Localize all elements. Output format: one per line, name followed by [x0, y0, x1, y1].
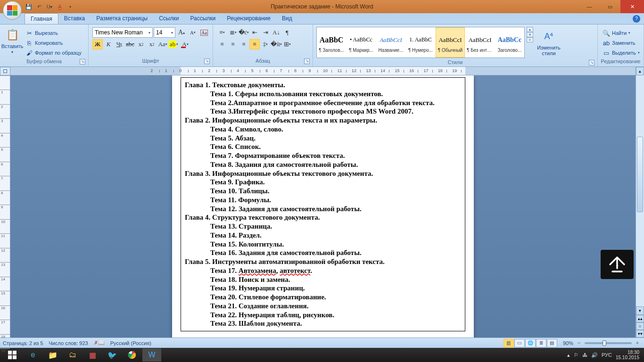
save-icon[interactable]: 💾 — [25, 2, 33, 11]
tab-4[interactable]: Рассылки — [184, 13, 221, 24]
italic-button[interactable]: К — [103, 39, 114, 49]
subscript-button[interactable]: x2 — [136, 39, 146, 49]
vertical-scrollbar[interactable]: ▴ ▾ ▴▴ ○ ▾▾ — [636, 67, 644, 337]
zoom-out-button[interactable]: − — [575, 339, 583, 347]
cut-button[interactable]: ✂Вырезать — [24, 28, 83, 38]
underline-button[interactable]: Ч▾ — [114, 39, 124, 49]
select-button[interactable]: ▭Выделить▾ — [601, 48, 642, 58]
view-print-layout[interactable]: ▥ — [504, 339, 514, 347]
style-item-3[interactable]: 1. AaBbC¶ Нумеро... — [406, 27, 435, 58]
superscript-button[interactable]: x2 — [147, 39, 157, 49]
style-item-5[interactable]: AaBbCcI¶ Без инте... — [465, 27, 495, 58]
taskbar-app2-icon[interactable]: 🐦 — [103, 348, 122, 362]
replace-button[interactable]: abЗаменить — [601, 38, 642, 48]
tray-volume-icon[interactable]: 🔊 — [591, 352, 598, 358]
vertical-ruler[interactable]: 1234567891011121314151617181920 — [0, 75, 10, 337]
change-styles-button[interactable]: A⁴ Изменить стили — [535, 27, 562, 58]
align-center-button[interactable]: ≡ — [228, 39, 238, 49]
styles-scroll-down[interactable]: ▾ — [527, 32, 533, 37]
taskbar-chrome-icon[interactable] — [123, 348, 141, 362]
tab-1[interactable]: Вставка — [58, 13, 91, 24]
multilevel-button[interactable]: �ċ▾ — [239, 27, 249, 38]
zoom-slider[interactable] — [585, 342, 632, 344]
tab-6[interactable]: Вид — [276, 13, 298, 24]
paragraph-launcher[interactable]: ↘ — [304, 58, 310, 64]
show-marks-button[interactable]: ¶ — [282, 27, 292, 38]
maximize-button[interactable]: ▭ — [600, 0, 620, 13]
borders-button[interactable]: ⊞▾ — [282, 39, 292, 49]
font-size-combo[interactable]: 14▾ — [154, 27, 175, 38]
style-item-2[interactable]: AaBbCcIНазвание... — [376, 27, 405, 58]
style-item-6[interactable]: АаBbCcЗаголово... — [495, 27, 524, 58]
view-web[interactable]: 🌐 — [525, 339, 536, 347]
tab-2[interactable]: Разметка страницы — [91, 13, 153, 24]
align-left-button[interactable]: ≡ — [217, 39, 227, 49]
align-right-button[interactable]: ≡ — [239, 39, 249, 49]
align-justify-button[interactable]: ≡ — [249, 39, 260, 49]
shrink-font-button[interactable]: A▾ — [188, 27, 198, 38]
sort-button[interactable]: A↓ — [271, 27, 281, 38]
line-spacing-button[interactable]: ‡▾ — [260, 39, 271, 49]
taskbar-app1-icon[interactable]: ▦ — [83, 348, 102, 362]
undo-icon[interactable]: ↶ — [35, 2, 43, 11]
close-button[interactable]: ✕ — [620, 0, 644, 13]
decrease-indent-button[interactable]: ⇤ — [249, 27, 260, 38]
ruler-corner[interactable] — [0, 67, 10, 75]
status-page[interactable]: Страница: 2 из 5 — [3, 340, 43, 346]
view-outline[interactable]: ≣ — [536, 339, 546, 347]
clear-formatting-button[interactable]: Aa — [199, 27, 209, 38]
tab-5[interactable]: Рецензирование — [221, 13, 276, 24]
tray-clock[interactable]: 18:3015.10.2015 — [616, 350, 639, 360]
taskbar-folder-open-icon[interactable]: 🗂 — [63, 348, 82, 362]
tray-flag-icon[interactable]: ⚐ — [574, 352, 578, 358]
status-proofing-icon[interactable]: ✗📖 — [94, 340, 105, 346]
prev-page-button[interactable]: ▴▴ — [636, 315, 644, 322]
style-item-1[interactable]: • AaBbCc¶ Маркир... — [347, 27, 376, 58]
zoom-slider-knob[interactable] — [603, 340, 606, 346]
status-words[interactable]: Число слов: 923 — [49, 340, 88, 346]
copy-button[interactable]: ⎘Копировать — [24, 38, 83, 48]
horizontal-ruler[interactable]: 21012345678910111213141516171819 — [10, 67, 636, 75]
scroll-track[interactable] — [636, 75, 644, 306]
view-full-screen[interactable]: ▭ — [514, 339, 525, 347]
styles-launcher[interactable]: ↘ — [589, 60, 594, 66]
status-language[interactable]: Русский (Россия) — [110, 340, 151, 346]
styles-scroll-up[interactable]: ▴ — [527, 27, 533, 32]
clipboard-launcher[interactable]: ↘ — [80, 59, 85, 65]
tray-language[interactable]: РУС — [602, 352, 612, 358]
font-launcher[interactable]: ↘ — [204, 58, 210, 64]
tab-3[interactable]: Ссылки — [153, 13, 184, 24]
redo-icon[interactable]: U▾ — [45, 2, 54, 11]
style-item-4[interactable]: AaBbCcI¶ Обычный — [436, 27, 465, 58]
document-area[interactable]: Глава 1. Текстовые документы.Тема 1. Сфе… — [10, 75, 636, 337]
styles-gallery[interactable]: AaBbC¶ Заголов...• AaBbCc¶ Маркир...AaBb… — [316, 27, 525, 58]
zoom-in-button[interactable]: + — [634, 339, 641, 347]
page-content[interactable]: Глава 1. Текстовые документы.Тема 1. Сфе… — [181, 77, 465, 331]
font-color-button[interactable]: A▾ — [179, 39, 190, 49]
shading-button[interactable]: �ít▾ — [271, 39, 281, 49]
minimize-button[interactable]: — — [579, 0, 600, 13]
scroll-down-button[interactable]: ▾ — [636, 306, 644, 315]
tray-network-icon[interactable]: 🖧 — [582, 352, 587, 358]
highlight-button[interactable]: ab▾ — [168, 39, 179, 49]
qat-more-icon[interactable]: ▾ — [66, 2, 74, 11]
numbering-button[interactable]: ≣▾ — [228, 27, 238, 38]
style-item-0[interactable]: AaBbC¶ Заголов... — [317, 27, 346, 58]
tray-up-icon[interactable]: ▴ — [567, 352, 570, 358]
font-family-combo[interactable]: Times New Roman▾ — [92, 27, 153, 38]
grow-font-button[interactable]: A▴ — [176, 27, 187, 38]
next-page-button[interactable]: ▾▾ — [636, 330, 644, 337]
qat-custom-icon[interactable]: A̲ — [56, 2, 64, 11]
help-icon[interactable]: ? — [633, 15, 640, 23]
paste-button[interactable]: 📋 Вставить ▾ — [2, 25, 23, 56]
zoom-value[interactable]: 90% — [563, 340, 573, 346]
taskbar-explorer-icon[interactable]: 📁 — [43, 348, 62, 362]
tab-0[interactable]: Главная — [25, 13, 58, 24]
scroll-thumb[interactable] — [637, 137, 643, 212]
find-button[interactable]: 🔍Найти▾ — [601, 28, 642, 38]
view-draft[interactable]: ▤ — [547, 339, 557, 347]
styles-expand[interactable]: ≡ — [527, 37, 533, 42]
change-case-button[interactable]: Aa▾ — [157, 39, 168, 49]
taskbar-ie-icon[interactable]: e — [24, 348, 42, 362]
taskbar-word-icon[interactable]: W — [142, 348, 161, 362]
